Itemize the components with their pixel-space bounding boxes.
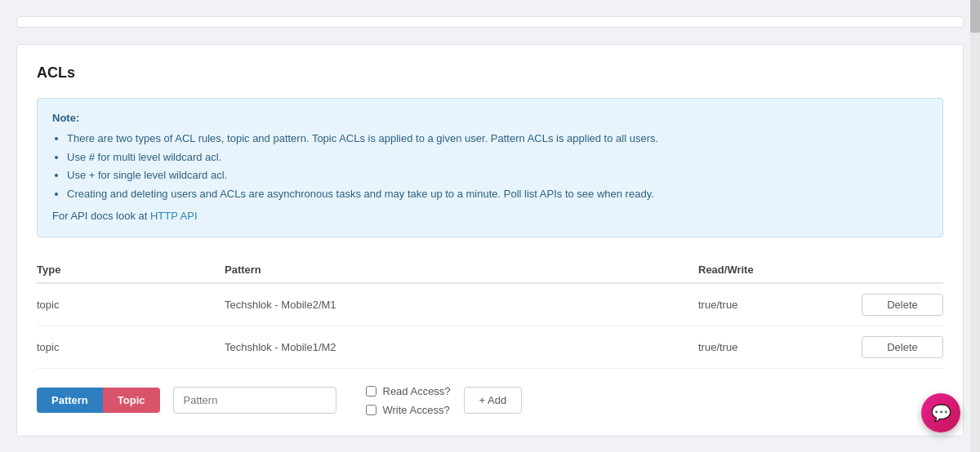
note-list: There are two types of ACL rules, topic …	[52, 131, 928, 203]
type-toggle: Pattern Topic	[37, 388, 160, 413]
row2-readwrite: true/true	[698, 341, 862, 353]
card-title: ACLs	[37, 64, 943, 82]
scrollbar-thumb[interactable]	[970, 0, 980, 33]
read-access-checkbox[interactable]	[366, 386, 376, 397]
fab-button[interactable]: 💬	[921, 393, 960, 432]
col-readwrite: Read/Write	[698, 264, 862, 276]
http-api-link[interactable]: HTTP API	[150, 210, 198, 222]
table-row: topic Techshlok - Mobile2/M1 true/true D…	[37, 284, 943, 326]
note-item-2: Use # for multi level wildcard acl.	[67, 149, 928, 166]
row1-delete-button[interactable]: Delete	[862, 294, 943, 316]
read-access-label[interactable]: Read Access?	[366, 385, 451, 397]
note-item-1: There are two types of ACL rules, topic …	[67, 131, 928, 148]
note-label: Note:	[52, 112, 79, 124]
top-separator	[16, 16, 964, 28]
write-access-label[interactable]: Write Access?	[366, 404, 451, 416]
write-access-checkbox[interactable]	[366, 405, 376, 415]
row2-delete-button[interactable]: Delete	[862, 336, 943, 358]
note-box: Note: There are two types of ACL rules, …	[37, 98, 943, 237]
scrollbar[interactable]	[970, 0, 980, 452]
fab-icon: 💬	[931, 403, 951, 423]
api-docs-text: For API docs look at HTTP API	[52, 208, 928, 225]
col-pattern: Pattern	[225, 264, 698, 276]
note-item-4: Creating and deleting users and ACLs are…	[67, 186, 928, 203]
table-header: Type Pattern Read/Write	[37, 257, 943, 284]
row2-pattern: Techshlok - Mobile1/M2	[225, 341, 698, 353]
table-row: topic Techshlok - Mobile1/M2 true/true D…	[37, 326, 943, 369]
pattern-input[interactable]	[173, 387, 336, 414]
row2-type: topic	[37, 341, 225, 353]
col-action	[862, 264, 943, 276]
acls-card: ACLs Note: There are two types of ACL ru…	[16, 44, 964, 436]
access-checkboxes: Read Access? Write Access?	[366, 385, 451, 416]
add-acl-form: Pattern Topic Read Access? Write Access?…	[37, 385, 943, 416]
row1-type: topic	[37, 299, 225, 311]
topic-toggle-button[interactable]: Topic	[103, 388, 160, 413]
add-button[interactable]: + Add	[464, 387, 523, 414]
note-item-3: Use + for single level wildcard acl.	[67, 167, 928, 184]
row1-readwrite: true/true	[698, 299, 862, 311]
pattern-toggle-button[interactable]: Pattern	[37, 388, 103, 413]
row1-pattern: Techshlok - Mobile2/M1	[225, 299, 698, 311]
col-type: Type	[37, 264, 225, 276]
